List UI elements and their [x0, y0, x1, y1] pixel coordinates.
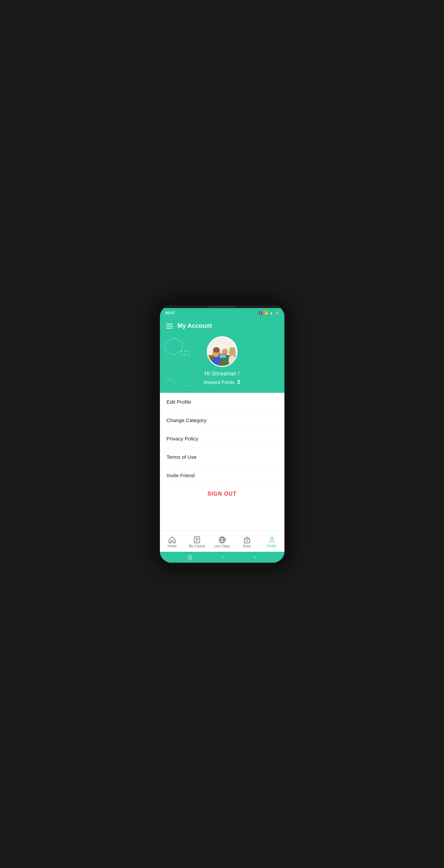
hamburger-line3 [166, 328, 173, 328]
svg-point-6 [187, 354, 189, 356]
arc-deco [163, 372, 177, 386]
svg-point-7 [184, 385, 186, 387]
mute-icon: 🔇 [258, 311, 262, 315]
nav-label-my-course: My Course [189, 544, 205, 548]
svg-point-16 [213, 347, 220, 353]
avatar-image [208, 337, 237, 367]
svg-point-8 [188, 385, 189, 387]
sign-out-button[interactable]: SIGN OUT [208, 491, 236, 497]
battery-icon: ⚡ [275, 311, 279, 315]
home-icon [168, 536, 176, 544]
hamburger-button[interactable] [166, 324, 173, 328]
svg-point-9 [191, 385, 193, 387]
terms-of-use-label: Terms of Use [167, 454, 197, 460]
privacy-policy-label: Privacy Policy [167, 436, 198, 441]
android-home-btn[interactable]: ○ [221, 554, 225, 560]
svg-point-4 [181, 354, 182, 356]
hex-icon [163, 336, 184, 357]
edit-profile-label: Edit Profile [167, 399, 192, 405]
android-back-btn[interactable]: ‹ [254, 554, 256, 560]
course-icon [193, 536, 201, 544]
notch [209, 306, 236, 307]
avatar [207, 336, 237, 367]
bottom-nav: Home My Course [160, 531, 284, 552]
menu-list: Edit Profile Change Category Privacy Pol… [160, 393, 284, 531]
change-category-label: Change Category [167, 417, 207, 423]
svg-point-3 [187, 351, 189, 352]
status-icons: 🔇 📶 ▲ ⚡ [258, 311, 279, 315]
menu-item-change-category[interactable]: Change Category [167, 411, 278, 430]
nav-label-profile: Profile [267, 544, 277, 548]
reward-points: 0 [237, 379, 241, 385]
reward-row: Reward Points 0 [204, 379, 241, 385]
invite-friend-label: Invite Friend [167, 472, 195, 478]
nav-item-store[interactable]: Store [234, 536, 259, 548]
menu-item-privacy-policy[interactable]: Privacy Policy [167, 430, 278, 448]
nav-item-live-class[interactable]: Live Class [210, 536, 234, 548]
svg-point-2 [184, 351, 186, 352]
dots-deco [180, 350, 191, 357]
wifi-icon: 📶 [264, 311, 268, 315]
header: My Account [160, 318, 284, 333]
hamburger-line2 [166, 326, 173, 326]
notch-bar [160, 305, 284, 308]
android-recents-btn[interactable]: ||| [188, 554, 192, 560]
menu-item-terms-of-use[interactable]: Terms of Use [167, 448, 278, 466]
android-nav: ||| ○ ‹ [160, 552, 284, 563]
menu-item-edit-profile[interactable]: Edit Profile [167, 393, 278, 411]
person-icon [268, 536, 276, 544]
nav-label-home: Home [168, 544, 177, 548]
menu-item-invite-friend[interactable]: Invite Friend [167, 466, 278, 485]
status-bar: 00:57 🔇 📶 ▲ ⚡ [160, 308, 284, 318]
svg-rect-24 [220, 354, 226, 358]
nav-item-profile[interactable]: Profile [259, 536, 284, 548]
globe-icon [218, 536, 226, 544]
svg-point-21 [229, 347, 235, 352]
greeting-text: Hi Shreehari ! [204, 370, 240, 377]
hamburger-line1 [166, 324, 173, 324]
svg-point-5 [184, 354, 186, 356]
status-time: 00:57 [165, 311, 175, 315]
dots-deco2 [184, 385, 194, 389]
svg-point-33 [270, 537, 273, 540]
sign-out-container: SIGN OUT [167, 485, 278, 500]
svg-point-19 [229, 355, 236, 366]
svg-marker-0 [165, 338, 182, 355]
profile-hero: Hi Shreehari ! Reward Points 0 [160, 333, 284, 393]
nav-label-store: Store [243, 544, 251, 548]
page-title: My Account [178, 322, 212, 329]
nav-label-live-class: Live Class [214, 544, 230, 548]
reward-label: Reward Points [204, 380, 235, 385]
svg-point-1 [181, 351, 182, 352]
nav-item-home[interactable]: Home [160, 536, 185, 548]
bag-icon [243, 536, 251, 544]
signal-icon: ▲ [270, 311, 273, 315]
nav-item-my-course[interactable]: My Course [185, 536, 210, 548]
